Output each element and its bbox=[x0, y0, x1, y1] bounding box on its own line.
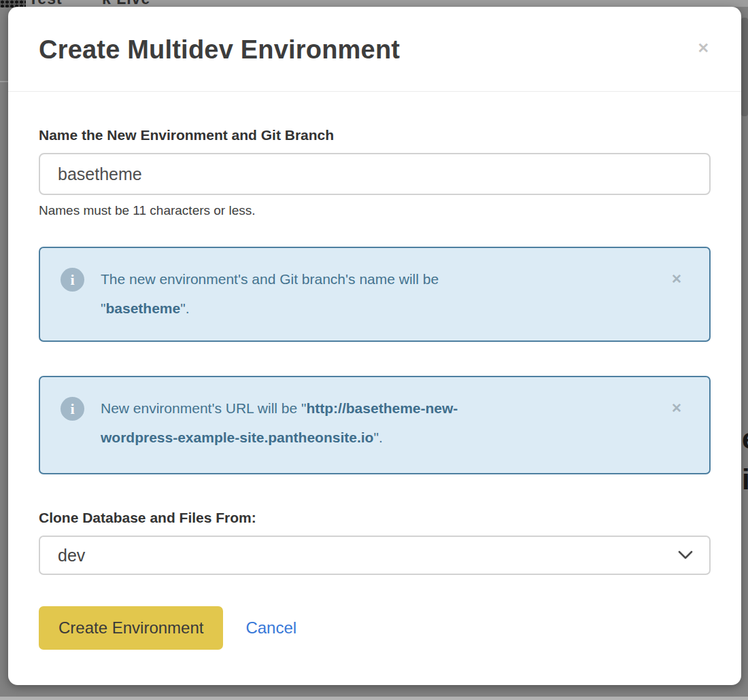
environment-url-info-text: New environment's URL will be "http://ba… bbox=[101, 393, 671, 452]
background-clipped-letter: i bbox=[742, 463, 748, 496]
background-tab-test: Test bbox=[29, 0, 63, 7]
alert-branch-name: basetheme bbox=[105, 300, 180, 316]
background-bottom-strip bbox=[0, 697, 748, 700]
alert-text-before: New environment's URL will be " bbox=[101, 400, 306, 416]
cancel-link[interactable]: Cancel bbox=[245, 618, 296, 637]
branch-name-info-alert: i The new environment's and Git branch's… bbox=[39, 247, 711, 342]
branch-name-info-text: The new environment's and Git branch's n… bbox=[101, 264, 671, 323]
dialog-actions: Create Environment Cancel bbox=[39, 606, 711, 650]
name-length-help-text: Names must be 11 characters or less. bbox=[39, 203, 711, 218]
dialog-title: Create Multidev Environment bbox=[39, 35, 400, 65]
background-seam-line bbox=[0, 81, 8, 82]
environment-name-label: Name the New Environment and Git Branch bbox=[39, 127, 711, 143]
chevron-down-icon bbox=[678, 550, 693, 560]
environment-url-info-alert: i New environment's URL will be "http://… bbox=[39, 376, 711, 474]
create-multidev-dialog: Create Multidev Environment ✕ Name the N… bbox=[8, 7, 741, 685]
clone-source-select[interactable]: dev bbox=[39, 536, 711, 575]
info-icon: i bbox=[61, 268, 84, 292]
alert-close-icon[interactable]: ✕ bbox=[671, 400, 682, 416]
screen: Test k Live e i Create Multidev Environm… bbox=[0, 0, 748, 700]
alert-close-icon[interactable]: ✕ bbox=[671, 271, 682, 287]
dialog-close-icon[interactable]: ✕ bbox=[696, 38, 711, 58]
header-divider bbox=[8, 91, 741, 92]
clone-source-label: Clone Database and Files From: bbox=[39, 510, 711, 526]
alert-text-after: ". bbox=[180, 300, 189, 316]
background-tab-live: k Live bbox=[102, 0, 150, 7]
background-scrollbar[interactable] bbox=[741, 18, 748, 116]
environment-name-input[interactable] bbox=[39, 153, 711, 195]
background-clipped-letter: e bbox=[742, 423, 748, 455]
background-env-tabs-strip: Test k Live bbox=[0, 0, 748, 7]
alert-text-after: ". bbox=[373, 430, 382, 445]
info-icon: i bbox=[61, 397, 84, 421]
clone-source-selected-value: dev bbox=[40, 546, 85, 565]
create-environment-button[interactable]: Create Environment bbox=[39, 606, 223, 650]
dialog-header: Create Multidev Environment ✕ bbox=[39, 35, 711, 65]
